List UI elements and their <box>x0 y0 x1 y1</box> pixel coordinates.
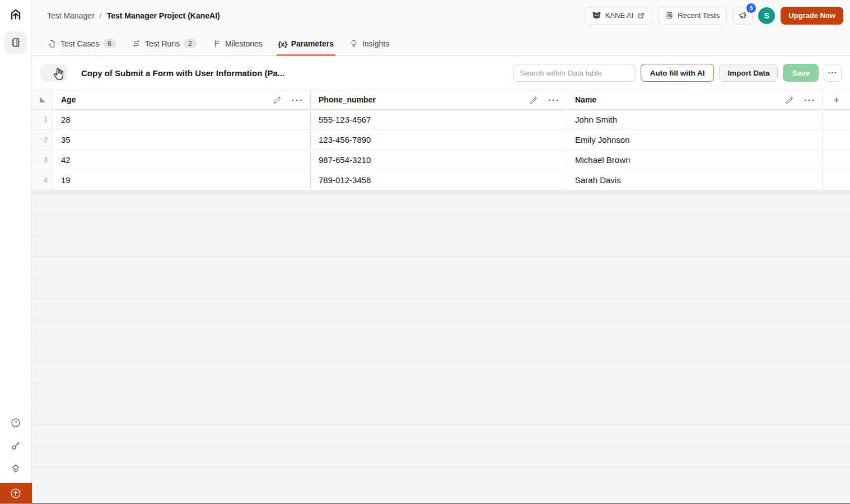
column-menu-button[interactable]: ··· <box>292 96 303 104</box>
tab-label: Test Cases <box>60 39 99 48</box>
recent-tests-label: Recent Tests <box>678 11 720 20</box>
datatable-toolbar: Copy of Submit a Form with User Informat… <box>32 56 850 90</box>
tab-count-badge: 2 <box>184 39 197 48</box>
milestones-icon <box>212 39 221 48</box>
tab-milestones[interactable]: Milestones <box>212 39 263 55</box>
select-all-triangle-icon <box>40 97 45 102</box>
tab-test-cases[interactable]: Test Cases6 <box>47 39 116 55</box>
cell-age[interactable]: 19 <box>53 170 311 190</box>
header-actions: KANE AI Recent Tests <box>585 7 843 25</box>
column-title: Phone_number <box>319 95 530 104</box>
auto-fill-with-ai-button[interactable]: Auto fill with AI <box>641 64 714 82</box>
tab-insights[interactable]: Insights <box>349 39 390 55</box>
back-button[interactable] <box>40 64 67 81</box>
pencil-icon <box>530 96 538 104</box>
table-body: 128555-123-4567John Smith235123-456-7890… <box>32 110 850 190</box>
dots-icon: ··· <box>804 96 816 104</box>
plus-icon: + <box>833 95 839 105</box>
cell-name[interactable]: Michael Brown <box>567 150 823 170</box>
datatable-title: Copy of Submit a Form with User Informat… <box>81 68 284 78</box>
integrations-icon[interactable] <box>10 463 21 474</box>
project-tabs: Test Cases6Test Runs2Milestones{x}Parame… <box>32 31 850 55</box>
notebook-icon <box>10 36 22 49</box>
left-sidebar: ? <box>0 0 32 504</box>
column-header-age[interactable]: Age··· <box>53 90 311 109</box>
import-data-button[interactable]: Import Data <box>719 64 778 82</box>
tab-label: Test Runs <box>145 39 180 48</box>
sidebar-upgrade-button[interactable] <box>0 483 32 504</box>
search-input[interactable] <box>513 64 636 82</box>
table-row: 419789-012-3456Sarah Davis <box>32 170 850 190</box>
recent-tests-button[interactable]: Recent Tests <box>658 7 727 25</box>
cell-name[interactable]: John Smith <box>567 110 823 129</box>
megaphone-icon <box>738 11 748 20</box>
cell-age[interactable]: 28 <box>53 110 311 129</box>
tab-label: Parameters <box>291 39 334 48</box>
insights-icon <box>349 39 358 48</box>
main-area: Test Manager / Test Manager Project (Kan… <box>32 0 850 504</box>
top-bar: Test Manager / Test Manager Project (Kan… <box>32 0 850 56</box>
edit-column-button[interactable] <box>786 96 794 104</box>
upgrade-arrow-icon <box>10 487 22 500</box>
row-number[interactable]: 4 <box>32 170 53 190</box>
announcements-button[interactable]: 5 <box>732 7 753 25</box>
column-menu-button[interactable]: ··· <box>548 96 560 104</box>
column-title: Age <box>61 95 273 104</box>
column-title: Name <box>575 95 786 104</box>
kane-ai-panda-icon <box>592 11 601 20</box>
sidebar-item-test-manager[interactable] <box>4 31 27 54</box>
table-row: 128555-123-4567John Smith <box>32 110 850 130</box>
column-header-phone_number[interactable]: Phone_number··· <box>311 90 567 109</box>
add-column-button[interactable]: + <box>823 90 850 109</box>
tab-parameters[interactable]: {x}Parameters <box>278 39 334 55</box>
empty-grid-rows <box>32 194 850 504</box>
dots-icon: ··· <box>292 96 303 104</box>
kane-ai-button[interactable]: KANE AI <box>585 7 653 25</box>
breadcrumb-parent[interactable]: Test Manager <box>47 11 95 20</box>
notification-count-badge: 5 <box>746 3 756 13</box>
svg-text:?: ? <box>14 420 17 426</box>
test-runs-icon <box>132 39 141 48</box>
lambdatest-logo-icon[interactable] <box>7 7 24 24</box>
kane-ai-label: KANE AI <box>605 11 634 20</box>
upgrade-now-button[interactable]: Upgrade Now <box>781 7 843 25</box>
cell-phone_number[interactable]: 789-012-3456 <box>311 170 567 190</box>
row-number[interactable]: 2 <box>32 130 53 150</box>
cell-phone_number[interactable]: 987-654-3210 <box>311 150 567 170</box>
row-number[interactable]: 1 <box>32 110 53 129</box>
more-options-button[interactable]: ··· <box>824 64 842 82</box>
avatar[interactable]: S <box>758 7 775 24</box>
test-cases-icon <box>48 39 57 48</box>
cell-age[interactable]: 42 <box>53 150 311 170</box>
breadcrumb-separator: / <box>100 11 102 20</box>
table-bottom-gap <box>32 190 850 194</box>
cell-age[interactable]: 35 <box>53 130 311 150</box>
api-key-icon[interactable] <box>10 440 21 451</box>
tab-label: Milestones <box>225 39 263 48</box>
pencil-icon <box>786 96 794 104</box>
pencil-icon <box>273 96 282 104</box>
parameters-icon: {x} <box>278 39 287 48</box>
tab-label: Insights <box>362 39 389 48</box>
data-table: Age···Phone_number···Name··· + 128555-12… <box>32 90 850 504</box>
column-header-name[interactable]: Name··· <box>567 90 823 109</box>
edit-column-button[interactable] <box>530 96 538 104</box>
cell-name[interactable]: Sarah Davis <box>567 170 823 190</box>
cell-phone_number[interactable]: 555-123-4567 <box>311 110 567 129</box>
table-row: 342987-654-3210Michael Brown <box>32 150 850 170</box>
tab-test-runs[interactable]: Test Runs2 <box>131 39 197 55</box>
edit-column-button[interactable] <box>273 96 282 104</box>
tab-count-badge: 6 <box>103 39 116 48</box>
external-link-icon <box>637 12 645 20</box>
column-menu-button[interactable]: ··· <box>804 96 816 104</box>
breadcrumb: Test Manager / Test Manager Project (Kan… <box>32 0 850 31</box>
select-all-corner[interactable] <box>32 90 53 109</box>
row-number[interactable]: 3 <box>32 150 53 170</box>
help-icon[interactable]: ? <box>10 417 21 428</box>
recent-tests-report-icon <box>665 11 674 20</box>
dots-icon: ··· <box>548 96 560 104</box>
cell-name[interactable]: Emily Johnson <box>567 130 823 150</box>
cell-phone_number[interactable]: 123-456-7890 <box>311 130 567 150</box>
breadcrumb-current: Test Manager Project (KaneAI) <box>107 11 220 20</box>
save-button[interactable]: Save <box>783 64 819 82</box>
